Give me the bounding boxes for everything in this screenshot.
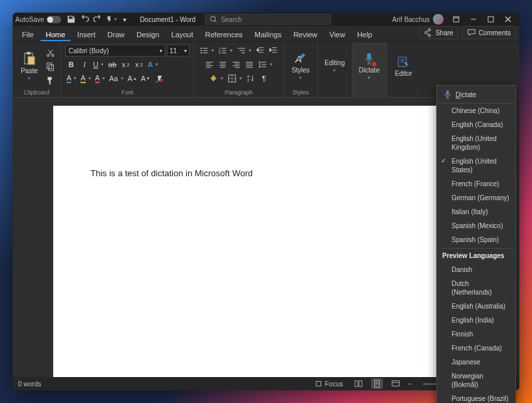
language-option[interactable]: English (United Kingdom) — [437, 132, 515, 154]
svg-text:3: 3 — [219, 51, 221, 55]
user-account[interactable]: Arif Bacchus — [392, 14, 444, 25]
font-size-combo[interactable]: 11 ▾ — [167, 45, 190, 57]
underline-button[interactable]: U — [92, 59, 105, 70]
redo-icon[interactable] — [92, 13, 104, 25]
bullets-icon[interactable] — [198, 45, 215, 57]
minimize-icon[interactable] — [465, 13, 482, 26]
sort-icon[interactable]: AZ — [245, 72, 257, 84]
language-option[interactable]: Spanish (Spain) — [437, 233, 515, 247]
align-right-icon[interactable] — [230, 59, 242, 70]
share-icon — [424, 28, 433, 37]
justify-icon[interactable] — [243, 59, 255, 70]
font-name-combo[interactable]: Calibri (Body) ▾ — [65, 45, 166, 57]
tab-help[interactable]: Help — [352, 28, 378, 41]
show-marks-icon[interactable]: ¶ — [258, 72, 270, 84]
superscript-button[interactable]: x2 — [133, 59, 145, 70]
align-left-icon[interactable] — [203, 59, 215, 70]
tab-view[interactable]: View — [324, 28, 350, 41]
line-spacing-icon[interactable] — [257, 59, 274, 70]
decrease-indent-icon[interactable] — [254, 45, 266, 57]
editor-icon — [397, 55, 410, 68]
shrink-font-icon[interactable]: A▾ — [140, 72, 152, 84]
language-option[interactable]: Dutch (Netherlands) — [437, 277, 515, 299]
qat-customize-icon[interactable]: ▾ — [118, 13, 130, 25]
font-name: Calibri (Body) — [68, 47, 109, 55]
language-option[interactable]: Norwegian (Bokmål) — [437, 369, 515, 392]
autosave-toggle[interactable]: AutoSave — [15, 16, 61, 23]
editing-button[interactable]: Editing ▾ — [322, 58, 348, 74]
dictate-button[interactable]: Dictate ▾ — [356, 51, 382, 82]
cut-icon[interactable] — [45, 47, 57, 59]
ribbon-display-icon[interactable] — [448, 13, 465, 26]
paste-button[interactable]: Paste ▾ — [17, 50, 42, 82]
multilevel-list-icon[interactable] — [235, 45, 253, 57]
zoom-out-icon[interactable]: − — [408, 380, 412, 388]
copy-icon[interactable] — [45, 61, 57, 72]
tab-layout[interactable]: Layout — [166, 28, 199, 41]
language-option[interactable]: German (Germany) — [437, 191, 515, 205]
tab-references[interactable]: References — [200, 28, 248, 41]
bold-button[interactable]: B — [65, 59, 77, 70]
tab-home[interactable]: Home — [41, 28, 70, 41]
language-option[interactable]: French (France) — [437, 177, 515, 191]
strikethrough-button[interactable]: ab — [106, 59, 118, 70]
tab-review[interactable]: Review — [288, 28, 323, 41]
tab-draw[interactable]: Draw — [102, 28, 130, 41]
tab-file[interactable]: File — [17, 28, 39, 41]
read-mode-icon[interactable] — [352, 378, 364, 389]
comments-button[interactable]: Comments — [462, 26, 515, 39]
language-option[interactable]: Japanese — [437, 355, 515, 369]
toggle-switch-icon[interactable] — [47, 16, 61, 23]
save-icon[interactable] — [65, 13, 77, 25]
language-option[interactable]: Danish — [437, 263, 515, 277]
word-count[interactable]: 0 words — [18, 380, 41, 388]
increase-indent-icon[interactable] — [267, 45, 279, 57]
clear-formatting-icon[interactable] — [153, 72, 165, 84]
comments-label: Comments — [479, 29, 511, 37]
language-option[interactable]: Spanish (Mexico) — [437, 219, 515, 233]
svg-rect-24 — [392, 381, 399, 386]
focus-mode-button[interactable]: Focus — [311, 378, 346, 389]
styles-button[interactable]: A Styles ▾ — [288, 51, 313, 82]
language-option[interactable]: Portuguese (Brazil) — [437, 392, 515, 403]
language-option[interactable]: French (Canada) — [437, 341, 515, 355]
language-option[interactable]: English (India) — [437, 313, 515, 327]
editor-button[interactable]: Editor — [391, 54, 416, 78]
search-box[interactable]: Search — [205, 14, 331, 25]
language-option[interactable]: English (Canada) — [437, 118, 515, 132]
highlight-button[interactable]: A — [79, 72, 92, 84]
language-option[interactable]: English (United States) — [437, 154, 515, 177]
undo-icon[interactable] — [78, 13, 90, 25]
numbering-icon[interactable]: 123 — [217, 45, 234, 57]
share-button[interactable]: Share — [419, 26, 458, 39]
grow-font-icon[interactable]: A▴ — [126, 72, 138, 84]
subscript-button[interactable]: x2 — [120, 59, 132, 70]
italic-button[interactable]: I — [78, 59, 90, 70]
svg-rect-2 — [488, 17, 493, 22]
tab-design[interactable]: Design — [131, 28, 164, 41]
language-option[interactable]: English (Australia) — [437, 299, 515, 313]
text-effects-button[interactable]: A — [146, 59, 160, 70]
qat-more-icon[interactable] — [105, 13, 117, 25]
maximize-icon[interactable] — [482, 13, 499, 26]
tab-mailings[interactable]: Mailings — [249, 28, 287, 41]
format-painter-icon[interactable] — [45, 74, 57, 86]
svg-rect-25 — [446, 90, 449, 95]
dictate-menu-header[interactable]: Dictate — [437, 86, 515, 104]
print-layout-icon[interactable] — [371, 378, 383, 389]
borders-icon[interactable] — [226, 72, 243, 84]
tab-insert[interactable]: Insert — [72, 28, 101, 41]
web-layout-icon[interactable] — [390, 378, 402, 389]
language-option[interactable]: Chinese (China) — [437, 104, 515, 118]
language-option[interactable]: Italian (Italy) — [437, 205, 515, 219]
close-icon[interactable] — [499, 13, 517, 26]
page[interactable]: This is a test of dictation in Microsoft… — [53, 106, 479, 377]
shading-button[interactable]: A — [94, 72, 106, 84]
change-case-button[interactable]: Aa — [108, 72, 124, 84]
shading-fill-icon[interactable] — [207, 72, 225, 84]
font-color-button[interactable]: A — [65, 72, 78, 84]
styles-icon: A — [294, 52, 307, 65]
align-center-icon[interactable] — [217, 59, 229, 70]
language-option[interactable]: Finnish — [437, 327, 515, 341]
dictate-menu-title: Dictate — [456, 91, 476, 98]
